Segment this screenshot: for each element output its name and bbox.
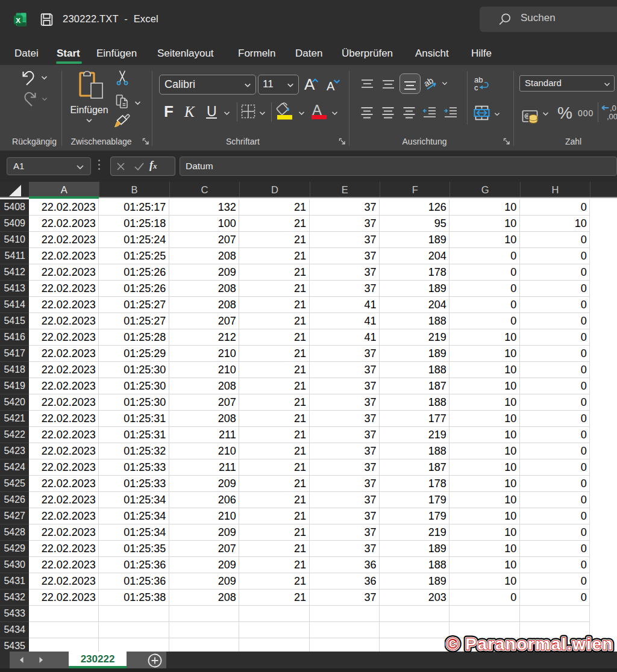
svg-text:,0: ,0 [610, 104, 616, 113]
svg-text:c: c [474, 83, 478, 92]
svg-text:ab: ab [423, 75, 435, 89]
svg-text:,00: ,00 [607, 112, 617, 120]
svg-text:X: X [16, 17, 20, 24]
svg-text:© Paranormal.wien: © Paranormal.wien [446, 635, 613, 653]
